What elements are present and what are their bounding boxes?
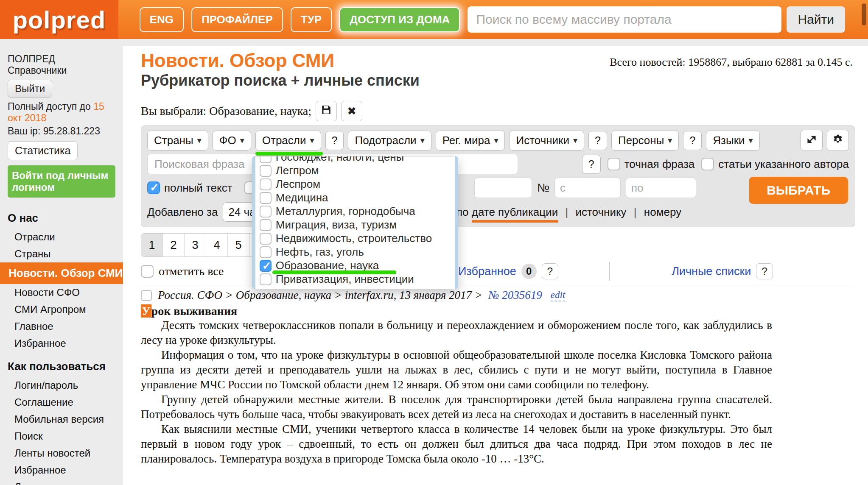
languages-filter-button[interactable]: Языки	[706, 131, 759, 151]
industries-filter-button[interactable]: Отрасли	[255, 131, 321, 151]
dropdown-item[interactable]: Нефть, газ, уголь	[255, 245, 455, 259]
page-button-2[interactable]: 2	[163, 234, 185, 256]
sidebar-heading-howto[interactable]: Как пользоваться	[0, 356, 123, 377]
statistics-button[interactable]: Статистика	[8, 141, 78, 160]
checkbox-unchecked[interactable]	[260, 165, 272, 177]
author-articles-checkbox[interactable]	[701, 158, 714, 170]
selected-filters-row: Вы выбрали: Образование, наука;	[141, 101, 855, 121]
page-button-4[interactable]: 4	[206, 234, 228, 256]
personal-lists-help-button[interactable]: ?	[756, 263, 773, 279]
dropdown-item[interactable]: Медицина	[255, 191, 455, 205]
dropdown-item[interactable]: Госбюджет, налоги, цены	[255, 156, 455, 164]
world-regions-filter-button[interactable]: Рег. мира	[436, 131, 505, 151]
sidebar-item-agreement[interactable]: Соглашение	[0, 394, 123, 411]
tour-button[interactable]: ТУР	[291, 7, 332, 32]
checkbox-unchecked[interactable]	[260, 233, 272, 245]
checkbox-unchecked[interactable]	[260, 192, 272, 204]
subindustries-filter-button[interactable]: Подотрасли	[348, 131, 431, 151]
logout-button[interactable]: Выйти	[8, 80, 52, 98]
industries-help-button[interactable]: ?	[325, 131, 344, 150]
profiler-button[interactable]: ПРОФАЙЛЕР	[191, 7, 283, 32]
sidebar-heading-about[interactable]: О нас	[0, 208, 123, 229]
article-checkbox[interactable]	[141, 290, 152, 301]
sidebar-item-countries[interactable]: Страны	[0, 245, 123, 262]
sort-by-number[interactable]: номеру	[644, 206, 681, 218]
dropdown-item-selected[interactable]: Образование, наука	[255, 259, 455, 273]
article-paragraph: Как выяснили местные СМИ, ученики четвер…	[141, 422, 772, 466]
expand-button[interactable]	[801, 130, 823, 151]
checkbox-unchecked[interactable]	[260, 178, 272, 190]
select-all-label[interactable]: отметить все	[159, 265, 224, 278]
main-content: Новости. Обзор СМИ Всего новостей: 19588…	[123, 46, 868, 485]
sidebar-item-news-sfo[interactable]: Новости СФО	[0, 284, 123, 301]
extra-input[interactable]	[474, 178, 532, 198]
home-access-button[interactable]: ДОСТУП ИЗ ДОМА	[339, 7, 460, 32]
pagination: 1 2 3 4 5 6	[141, 233, 271, 257]
number-to-input[interactable]	[626, 178, 696, 198]
find-button[interactable]: Найти	[787, 6, 845, 33]
page-button-5[interactable]: 5	[228, 234, 249, 256]
sources-help-button[interactable]: ?	[588, 131, 607, 150]
personal-lists-link[interactable]: Личные списки	[672, 265, 751, 278]
logo[interactable]: polpred	[12, 6, 106, 34]
clear-selection-button[interactable]	[341, 101, 362, 121]
select-all-checkbox[interactable]	[141, 265, 154, 278]
dropdown-item[interactable]: Приватизация, инвестиции	[255, 273, 455, 286]
sidebar-item-search[interactable]: Поиск	[0, 428, 123, 445]
page-button-1[interactable]: 1	[141, 234, 163, 256]
personal-login-button[interactable]: Войти под личным логином	[8, 165, 115, 198]
phrase-help-button[interactable]: ?	[582, 155, 601, 174]
sidebar-item-feeds[interactable]: Ленты новостей	[0, 445, 123, 462]
sources-filter-button[interactable]: Источники	[509, 131, 584, 151]
article-number-link[interactable]: № 2035619	[488, 289, 542, 302]
favorites-link[interactable]: Избранное	[458, 265, 516, 278]
logo-block: polpred	[0, 0, 118, 39]
sidebar-item-login[interactable]: Логин/пароль	[0, 377, 123, 394]
sort-by-date[interactable]: дате публикации	[472, 206, 558, 223]
sidebar-item-main[interactable]: Главное	[0, 318, 123, 335]
sidebar-item-favorites2[interactable]: Избранное	[0, 462, 123, 479]
full-text-option[interactable]: полный текст	[147, 181, 232, 195]
eng-button[interactable]: ENG	[140, 7, 184, 32]
checkbox-unchecked[interactable]	[260, 206, 272, 217]
page-button-3[interactable]: 3	[185, 234, 206, 256]
dropdown-item[interactable]: Легпром	[255, 164, 455, 178]
favorites-help-button[interactable]: ?	[542, 263, 558, 279]
save-selection-button[interactable]	[316, 101, 337, 121]
sort-by-source[interactable]: источнику	[575, 206, 626, 218]
dropdown-item[interactable]: Леспром	[255, 178, 455, 191]
checkbox-unchecked[interactable]	[260, 156, 272, 163]
countries-filter-button[interactable]: Страны	[147, 131, 208, 151]
author-articles-option[interactable]: статьи указанного автора	[701, 158, 849, 171]
select-button[interactable]: ВЫБРАТЬ	[749, 177, 848, 204]
content-divider	[141, 286, 853, 286]
checkbox-unchecked[interactable]	[260, 219, 272, 231]
sidebar-item-favorites[interactable]: Избранное	[0, 335, 123, 352]
settings-button[interactable]	[827, 130, 849, 151]
fo-filter-button[interactable]: ФО	[213, 131, 251, 151]
sidebar-item-personal-lists[interactable]: Личные списки	[0, 479, 123, 485]
portal-search-input[interactable]	[468, 6, 781, 33]
exact-phrase-checkbox[interactable]	[608, 158, 620, 170]
highlighted-letter: У	[141, 304, 151, 318]
checkbox-unchecked[interactable]	[260, 246, 272, 258]
dropdown-item[interactable]: Металлургия, горнодобыча	[255, 205, 455, 218]
top-header: polpred ENG ПРОФАЙЛЕР ТУР ДОСТУП ИЗ ДОМА…	[0, 0, 868, 39]
checkbox-checked[interactable]	[260, 260, 272, 272]
dropdown-item[interactable]: Миграция, виза, туризм	[255, 218, 455, 232]
persons-filter-button[interactable]: Персоны	[611, 131, 679, 151]
exact-phrase-option[interactable]: точная фраза	[608, 158, 695, 171]
number-from-input[interactable]	[554, 178, 621, 198]
full-text-checkbox[interactable]	[147, 181, 160, 194]
sidebar-item-industries[interactable]: Отрасли	[0, 229, 123, 245]
sidebar-item-smi-agroprom[interactable]: СМИ Агропром	[0, 301, 123, 318]
checkbox-unchecked[interactable]	[260, 273, 272, 285]
sidebar-item-mobile[interactable]: Мобильная версия	[0, 411, 123, 428]
dropdown-item[interactable]: Недвижимость, строительство	[255, 232, 455, 245]
scrollbar-thumb[interactable]	[862, 3, 866, 25]
article-edit-link[interactable]: edit	[551, 290, 566, 301]
sidebar-item-news-active[interactable]: Новости. Обзор СМИ	[0, 262, 123, 284]
article-title: Урок выживания	[141, 304, 772, 318]
article-paragraph: Группу детей обнаружили местные жители. …	[141, 392, 772, 422]
persons-help-button[interactable]: ?	[683, 131, 702, 150]
